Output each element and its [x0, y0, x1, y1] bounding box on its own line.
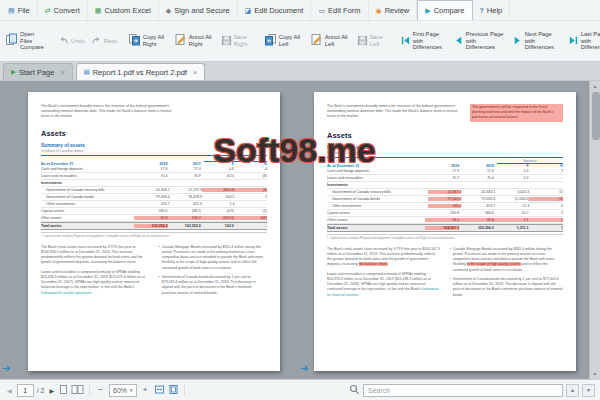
next-page-nav-icon[interactable]: ▶ [47, 387, 56, 394]
search-down-icon[interactable]: ▼ [582, 384, 595, 397]
text-segment: Loans and receivables is composed primar… [327, 272, 431, 292]
statusbar-separator [89, 385, 90, 395]
table-row: Total assets103,356.2103,253.0103.2- [41, 222, 267, 230]
table-cell: 79,033.4 [461, 197, 495, 201]
tab-help[interactable]: ? Help [473, 0, 511, 20]
table-cell: 70.4 [459, 176, 494, 180]
previous-page-with-differences-button[interactable]: Previous Page with Differences [451, 30, 508, 53]
table-cell: 0.3 [494, 176, 529, 180]
doc-tab-start-page[interactable]: ▶ Start Page × [3, 63, 73, 80]
table-cell: Investments [327, 183, 425, 187]
sign-secure-tab-icon: ◆ [166, 7, 171, 14]
text-segment: Loans and receivables is composed primar… [41, 270, 145, 290]
zoom-in-button[interactable]: + [140, 384, 151, 397]
inline-link[interactable]: framework for market operations [41, 291, 91, 295]
prev-page-nav-icon[interactable]: ◀ [5, 387, 14, 394]
table-cell: Government of Canada treasury bills [41, 188, 137, 192]
save-left-icon [357, 32, 368, 50]
scrollbar-thumb[interactable] [592, 92, 600, 140]
table-cell: 94.1 [425, 218, 460, 222]
tab-compare[interactable]: ▶ Compare [417, 0, 472, 20]
next-page-with-differences-button[interactable]: Next Page with Differences [510, 30, 564, 53]
redo-button[interactable]: Redo [89, 31, 120, 51]
fit-page-icon[interactable] [168, 384, 179, 396]
table-cell: 585.5 [168, 209, 201, 213]
open-files-compare-button[interactable]: Open Files Compare [3, 30, 50, 53]
table-row: Government of Canada bonds79,033.478,478… [41, 194, 267, 201]
text-column-1: The Bank's total assets have increased b… [327, 247, 441, 302]
table-cell: 21.3 [495, 204, 529, 208]
page-number-input[interactable] [17, 384, 34, 397]
table-cell: - [235, 202, 267, 206]
body-paragraph: The Bank's total assets have increased b… [41, 245, 150, 266]
undo-button[interactable]: Undo [56, 31, 87, 51]
text-segment: The Bank's total assets have increased b… [41, 245, 143, 265]
app-window: ▤ File ⇄ Convert ▦ Custom Excel ◆ Sign a… [0, 0, 600, 400]
tab-edit-document[interactable]: ◪ Edit Document [238, 0, 312, 20]
last-page-with-differences-button[interactable]: Last Page with Differences [566, 30, 600, 53]
table-cell: 590.8 [425, 211, 460, 215]
tab-file[interactable]: ▤ File [1, 0, 38, 20]
copy-all-right-button[interactable]: Copy All Right [126, 31, 170, 51]
tab-label: Help [487, 6, 502, 15]
table-footnote: 1 Capital assets includes Property and e… [327, 234, 563, 240]
search-input[interactable] [363, 384, 563, 397]
table-row: Government of Canada treasury bills23,36… [327, 189, 563, 196]
custom-excel-tab-icon: ▦ [95, 7, 102, 14]
bullet-icon: • [159, 275, 160, 296]
file-tab-icon: ▤ [8, 7, 15, 14]
report-tab-icon: ▤ [84, 69, 90, 76]
text-segment: in the scope of high-quality assets, [467, 262, 521, 266]
scroll-left-pane-icon[interactable] [2, 359, 13, 377]
annot-all-right-button[interactable]: Annot All Right [172, 31, 217, 51]
tab-convert[interactable]: ⇄ Convert [38, 0, 88, 20]
zoom-dropdown-icon: ▾ [130, 387, 133, 393]
intro-paragraph: The Bank's investments broadly mimics th… [327, 104, 464, 122]
table-cell: Total assets [41, 224, 134, 228]
zoom-value: 60% [113, 387, 127, 394]
prev-page-diff-icon [453, 32, 464, 50]
table-cell: (8) [234, 174, 267, 178]
scroll-right-pane-icon[interactable] [300, 359, 311, 377]
close-icon[interactable]: × [60, 69, 64, 76]
doc-tab-report-compare[interactable]: ▤ Report 1.pdf vs Report 2.pdf × [76, 63, 205, 80]
tab-label: File [18, 6, 30, 15]
help-tab-icon: ? [480, 7, 484, 14]
table-cell: 580.6 [459, 211, 494, 215]
scroll-down-icon[interactable]: ▼ [590, 369, 600, 379]
first-page-with-differences-button[interactable]: First Page with Differences [398, 30, 449, 53]
fit-width-icon[interactable] [154, 384, 165, 396]
tab-label: Convert [54, 6, 80, 15]
save-right-button[interactable]: Save Right [219, 31, 256, 51]
single-page-view-icon[interactable] [59, 384, 68, 396]
scroll-up-icon[interactable]: ▲ [590, 81, 600, 91]
table-cell: 1.3 [494, 218, 529, 222]
tab-label: Custom Excel [104, 6, 150, 15]
facing-pages-view-icon[interactable] [71, 384, 84, 396]
assets-table: Cash and foreign deposits17.917.60.32Loa… [327, 168, 563, 232]
tab-review[interactable]: ◉ Review [369, 0, 418, 20]
tab-edit-form[interactable]: ▭ Edit Form [311, 0, 368, 20]
search-up-icon[interactable]: ▲ [566, 384, 579, 397]
table-cell [168, 181, 201, 185]
table-cell: Other investments [41, 202, 137, 206]
zoom-out-button[interactable]: − [95, 384, 106, 397]
redo-icon [91, 32, 102, 50]
table-cell [459, 183, 494, 187]
vertical-scrollbar[interactable]: ▲ ▼ [589, 81, 600, 379]
tab-sign-and-secure[interactable]: ◆ Sign and Secure [159, 0, 238, 20]
table-cell [528, 183, 563, 187]
annot-all-left-button[interactable]: Annot All Left [308, 31, 353, 51]
tab-custom-excel[interactable]: ▦ Custom Excel [88, 0, 159, 20]
zoom-level-select[interactable]: 60% ▾ [109, 384, 137, 397]
copy-all-left-button[interactable]: Copy All Left [262, 31, 306, 51]
table-cell: 78,478.9 [170, 195, 202, 199]
save-left-button[interactable]: Save Left [355, 31, 392, 51]
intro-paragraph: The Bank's investments broadly mimics th… [41, 104, 172, 120]
bullet-item: •Canada Mortgage Bonds increased by $355… [450, 247, 564, 273]
table-row: Government of Canada treasury bills20,34… [41, 187, 267, 194]
table-cell: (6.5) [201, 174, 234, 178]
table-row: Total assets104,567.3103,356.21,211.11 [327, 224, 563, 232]
table-cell: 104,567.3 [425, 226, 460, 230]
close-icon[interactable]: × [193, 69, 197, 76]
